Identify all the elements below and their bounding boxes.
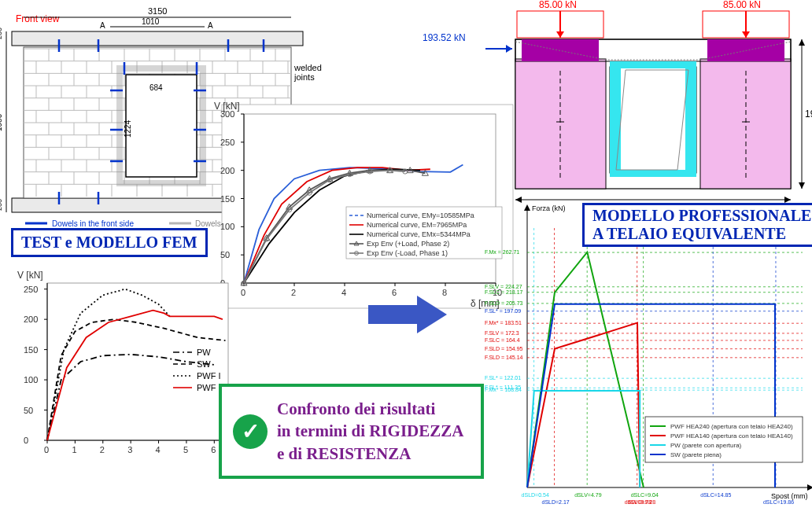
svg-text:dSLC=9.28: dSLC=9.28 (628, 499, 655, 505)
svg-text:50: 50 (220, 250, 230, 259)
svg-rect-186 (610, 61, 696, 68)
svg-text:4: 4 (341, 288, 346, 297)
svg-text:PW: PW (197, 348, 211, 357)
svg-text:dSLC=14.85: dSLC=14.85 (700, 492, 731, 498)
svg-rect-0 (12, 31, 303, 46)
chart-main-legend: Numerical curve, EMy=10585MPaNumerical c… (346, 207, 502, 259)
svg-text:Dowels in the front side: Dowels in the front side (52, 219, 134, 228)
comparison-line3: e di RESISTENZA (277, 444, 411, 463)
comparison-line2: in termini di RIGIDEZZA (277, 421, 463, 440)
svg-text:250: 250 (24, 285, 38, 294)
svg-rect-187 (610, 170, 696, 177)
svg-text:200: 200 (220, 166, 234, 175)
svg-text:4: 4 (156, 445, 161, 454)
svg-text:dSLD=2.17: dSLD=2.17 (542, 499, 570, 505)
pro-label-line2: A TELAIO EQUIVALENTE (592, 225, 786, 242)
svg-text:6: 6 (211, 445, 216, 454)
svg-text:200: 200 (24, 315, 38, 324)
svg-text:3150: 3150 (148, 6, 167, 16)
svg-text:F.SLD = 154.95: F.SLD = 154.95 (485, 346, 523, 351)
svg-text:welded: welded (293, 63, 322, 72)
svg-text:1224: 1224 (124, 120, 132, 138)
svg-text:100: 100 (24, 375, 38, 384)
svg-text:Numerical curve, EM=7965MPa: Numerical curve, EM=7965MPa (367, 221, 467, 229)
svg-text:F.SL* = 197.09: F.SL* = 197.09 (485, 308, 521, 314)
svg-marker-209 (799, 39, 805, 46)
svg-text:0: 0 (44, 445, 49, 454)
svg-text:F.SLV = 172.3: F.SLV = 172.3 (485, 330, 519, 336)
svg-text:PWF I: PWF I (197, 383, 221, 392)
check-icon: ✓ (233, 414, 268, 449)
svg-text:dSLD=0.54: dSLD=0.54 (522, 492, 549, 498)
svg-text:200: 200 (0, 199, 3, 211)
svg-text:A: A (208, 21, 213, 30)
svg-text:0: 0 (241, 288, 245, 297)
svg-text:85.00 kN: 85.00 kN (723, 0, 761, 10)
svg-marker-317 (807, 484, 812, 491)
svg-text:SW: SW (197, 359, 211, 369)
svg-text:PW (parete con apertura): PW (parete con apertura) (670, 442, 742, 449)
svg-text:dSLC=19.86: dSLC=19.86 (763, 499, 794, 505)
svg-text:F.SLV = 224.27: F.SLV = 224.27 (485, 284, 522, 289)
svg-text:Exp Env (-Load, Phase 1): Exp Env (-Load, Phase 1) (367, 249, 448, 257)
svg-marker-205 (515, 197, 522, 203)
svg-text:SW (parete piena): SW (parete piena) (670, 451, 722, 458)
pro-label: MODELLO PROFESSIONALE A TELAIO EQUIVALEN… (582, 203, 812, 247)
svg-text:F.SL* = 122.01: F.SL* = 122.01 (485, 375, 521, 381)
svg-marker-315 (524, 204, 530, 211)
svg-text:250: 250 (220, 138, 234, 147)
svg-text:Numerical curve, EMy=10585MPa: Numerical curve, EMy=10585MPa (367, 212, 474, 219)
svg-text:1: 1 (72, 445, 76, 454)
svg-text:A: A (100, 21, 105, 30)
svg-text:F.Mx* = 108.84: F.Mx* = 108.84 (485, 387, 522, 392)
svg-text:F.SLC = 218.17: F.SLC = 218.17 (485, 289, 523, 295)
comparison-box: ✓ Confronto dei risultati in termini di … (219, 384, 484, 479)
pro-label-line1: MODELLO PROFESSIONALE (592, 207, 811, 224)
svg-text:2: 2 (291, 288, 296, 297)
svg-marker-198 (742, 31, 750, 38)
svg-text:1010: 1010 (142, 17, 160, 26)
svg-text:8: 8 (442, 288, 447, 297)
svg-text:1980: 1980 (0, 113, 3, 131)
svg-marker-202 (506, 45, 512, 53)
svg-text:F.SLD = 205.73: F.SLD = 205.73 (485, 300, 523, 306)
svg-rect-370 (368, 305, 417, 324)
svg-text:193.52 kN: 193.52 kN (423, 32, 466, 43)
svg-text:PWF I: PWF I (197, 371, 221, 381)
svg-text:Numerical curve, EMx=5344MPa: Numerical curve, EMx=5344MPa (367, 230, 471, 238)
svg-rect-181 (522, 39, 599, 61)
svg-text:6: 6 (392, 288, 397, 297)
svg-text:5: 5 (183, 445, 188, 454)
svg-text:joints: joints (293, 72, 315, 82)
comparison-line1: Confronto dei risultati (277, 399, 435, 418)
fem-label: TEST e MODELLO FEM (11, 228, 208, 257)
svg-text:50: 50 (24, 406, 33, 415)
svg-text:0: 0 (24, 436, 28, 445)
svg-text:Forza  (kN): Forza (kN) (532, 204, 566, 212)
svg-text:dSLV=4.79: dSLV=4.79 (574, 492, 601, 498)
svg-text:F.SLC = 164.4: F.SLC = 164.4 (485, 337, 520, 343)
svg-text:150: 150 (24, 345, 38, 355)
svg-text:200: 200 (0, 28, 3, 39)
svg-text:PWF HEA240 (apertura con telai: PWF HEA240 (apertura con telaio HEA240) (670, 423, 793, 430)
svg-text:85.00 kN: 85.00 kN (539, 0, 577, 10)
svg-text:3: 3 (127, 445, 132, 454)
svg-text:684: 684 (149, 83, 163, 92)
svg-marker-206 (784, 197, 791, 203)
svg-rect-184 (610, 67, 621, 173)
svg-text:PWF HEA140 (apertura con telai: PWF HEA140 (apertura con telaio HEA140) (670, 432, 793, 440)
svg-text:1980: 1980 (805, 109, 812, 120)
chart-br-legend: PWF HEA240 (apertura con telaio HEA240)P… (645, 417, 803, 462)
svg-marker-210 (799, 182, 805, 189)
svg-text:150: 150 (220, 194, 234, 204)
svg-text:F.Mx* = 183.51: F.Mx* = 183.51 (485, 320, 522, 326)
svg-text:100: 100 (220, 222, 234, 231)
svg-text:F.Mx = 262.71: F.Mx = 262.71 (485, 249, 519, 255)
chart-main: 0246810050100150200250300V [kN]δ [mm] (214, 101, 502, 309)
front-view-label: Front view (16, 13, 60, 24)
svg-text:V [kN]: V [kN] (214, 101, 240, 112)
svg-text:V [kN]: V [kN] (17, 270, 43, 281)
svg-text:dSLC=9.04: dSLC=9.04 (631, 492, 659, 498)
svg-marker-196 (556, 31, 564, 38)
svg-text:Exp Env (+Load, Phase 2): Exp Env (+Load, Phase 2) (367, 240, 449, 248)
